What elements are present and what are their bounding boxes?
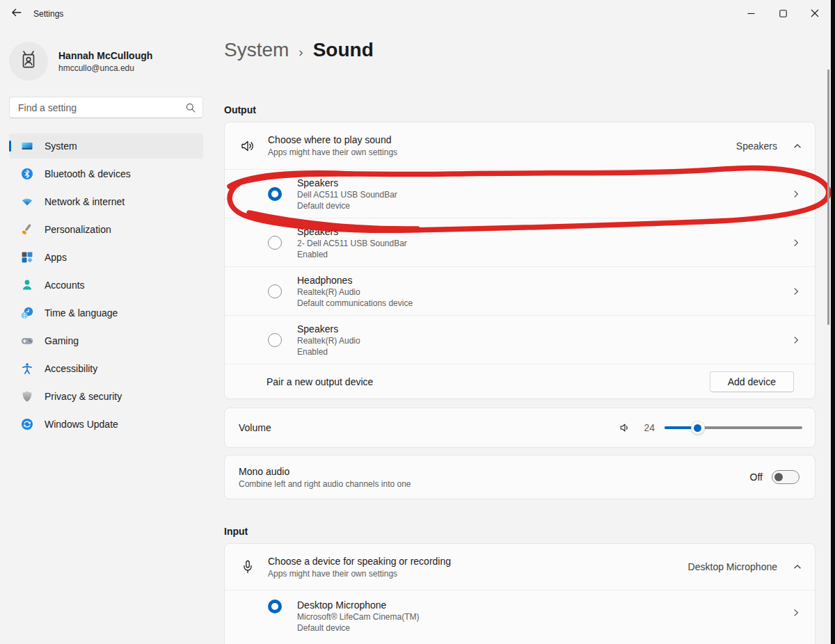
maximize-button[interactable] (767, 0, 799, 28)
device-name: Desktop Microphone (297, 599, 791, 611)
output-device-row-speakers-dell[interactable]: Speakers Dell AC511 USB SoundBar Default… (225, 169, 815, 218)
sidebar-item-label: Privacy & security (45, 391, 122, 402)
breadcrumb-system[interactable]: System (224, 39, 289, 61)
volume-label: Volume (239, 422, 619, 433)
sidebar-item-time-language[interactable]: Time & language (9, 300, 203, 325)
sidebar-item-bluetooth-devices[interactable]: Bluetooth & devices (9, 161, 203, 186)
main-content: System › Sound Output Choose where to pl… (224, 28, 816, 644)
minimize-button[interactable] (735, 0, 767, 28)
avatar (9, 42, 48, 81)
output-selected-value: Speakers (736, 140, 777, 152)
mono-audio-card: Mono audio Combine left and right audio … (224, 455, 816, 499)
output-device-row-headphones[interactable]: Headphones Realtek(R) Audio Default comm… (225, 266, 815, 315)
sidebar-nav: System Bluetooth & devices Network & int… (9, 134, 203, 437)
search-icon (185, 102, 196, 113)
radio-selected[interactable] (268, 187, 282, 201)
chevron-up-icon[interactable] (793, 141, 802, 151)
input-chooser-title: Choose a device for speaking or recordin… (268, 556, 688, 567)
volume-slider-thumb[interactable] (691, 421, 705, 435)
sidebar-item-label: Apps (45, 252, 67, 263)
chevron-right-icon (791, 287, 801, 296)
device-status: Enabled (297, 250, 791, 259)
volume-value: 24 (642, 422, 655, 433)
device-status: Default device (297, 201, 791, 211)
scrollbar-thumb[interactable] (827, 70, 829, 325)
sidebar-item-label: Network & internet (45, 196, 125, 207)
device-status: Enabled (297, 347, 791, 357)
output-chooser-text: Choose where to play sound Apps might ha… (268, 134, 736, 157)
user-name: Hannah McCullough (58, 50, 152, 61)
chevron-right-icon (791, 238, 801, 248)
mono-audio-toggle[interactable] (772, 470, 800, 484)
time-language-icon (21, 307, 33, 319)
input-chooser-subtitle: Apps might have their own settings (268, 569, 688, 579)
mono-audio-text: Mono audio Combine left and right audio … (239, 466, 750, 489)
sidebar-item-personalization[interactable]: Personalization (9, 217, 203, 242)
output-chooser-row[interactable]: Choose where to play sound Apps might ha… (225, 122, 815, 169)
sidebar-item-privacy-security[interactable]: Privacy & security (9, 384, 203, 409)
sidebar-item-gaming[interactable]: Gaming (9, 328, 203, 353)
radio-unselected[interactable] (268, 236, 282, 250)
volume-card: Volume 24 (224, 408, 816, 448)
radio-selected[interactable] (268, 599, 282, 613)
page-title: Sound (313, 39, 374, 61)
microphone-icon (240, 559, 255, 574)
maximize-icon (779, 8, 787, 20)
pair-device-label: Pair a new output device (267, 376, 710, 387)
output-device-row-speakers-realtek[interactable]: Speakers Realtek(R) Audio Enabled (225, 315, 815, 364)
sidebar-item-accounts[interactable]: Accounts (9, 273, 203, 298)
sidebar-item-windows-update[interactable]: Windows Update (9, 412, 203, 437)
id-badge-icon (17, 49, 40, 74)
user-email: hmccullo@unca.edu (58, 63, 152, 73)
breadcrumb-separator-icon: › (299, 45, 303, 60)
volume-slider[interactable] (665, 421, 802, 435)
back-button[interactable] (6, 4, 28, 24)
titlebar: Settings (0, 0, 835, 28)
sidebar-item-apps[interactable]: Apps (9, 245, 203, 270)
mono-audio-title: Mono audio (239, 466, 750, 477)
sidebar-item-label: Windows Update (45, 419, 118, 430)
input-chooser-row[interactable]: Choose a device for speaking or recordin… (225, 544, 815, 590)
user-account-block[interactable]: Hannah McCullough hmccullo@unca.edu (9, 42, 214, 81)
sidebar-item-system[interactable]: System (9, 134, 203, 159)
sidebar-item-label: Accessibility (45, 363, 97, 374)
screen-edge-strip (831, 0, 835, 644)
chevron-right-icon (791, 335, 801, 345)
device-name: Speakers (297, 177, 791, 188)
minimize-icon (747, 8, 755, 20)
input-section-label: Input (224, 526, 816, 537)
back-arrow-icon (10, 6, 23, 22)
sidebar-item-label: Bluetooth & devices (45, 168, 131, 179)
user-meta: Hannah McCullough hmccullo@unca.edu (58, 50, 152, 73)
output-section-label: Output (224, 104, 816, 115)
sidebar-item-accessibility[interactable]: Accessibility (9, 356, 203, 381)
close-icon (811, 8, 819, 20)
input-selected-value: Desktop Microphone (688, 561, 777, 572)
close-button[interactable] (799, 0, 831, 28)
sidebar-item-label: Personalization (45, 224, 111, 235)
device-text: Speakers Realtek(R) Audio Enabled (297, 323, 791, 357)
toggle-thumb (774, 473, 783, 481)
add-device-button[interactable]: Add device (710, 371, 794, 392)
breadcrumb: System › Sound (224, 39, 816, 61)
device-detail: Realtek(R) Audio (297, 287, 791, 297)
sidebar-item-network-internet[interactable]: Network & internet (9, 189, 203, 214)
window-controls (735, 0, 831, 28)
sidebar-item-label: Gaming (45, 335, 79, 346)
gaming-icon (21, 335, 33, 347)
speaker-icon (240, 138, 255, 154)
search-input[interactable] (9, 97, 203, 118)
radio-unselected[interactable] (268, 284, 282, 298)
input-device-row-desktop-microphone[interactable]: Desktop Microphone Microsoft® LifeCam Ci… (225, 590, 815, 644)
input-chooser-text: Choose a device for speaking or recordin… (268, 556, 688, 579)
radio-unselected[interactable] (268, 333, 282, 347)
device-text: Desktop Microphone Microsoft® LifeCam Ci… (297, 599, 791, 633)
search-box (9, 97, 203, 118)
output-card: Choose where to play sound Apps might ha… (224, 122, 816, 399)
accounts-icon (21, 279, 33, 291)
device-detail: Dell AC511 USB SoundBar (297, 190, 791, 200)
output-device-row-speakers-2-dell[interactable]: Speakers 2- Dell AC511 USB SoundBar Enab… (225, 218, 815, 266)
sidebar-item-label: Time & language (45, 307, 118, 319)
device-name: Speakers (297, 323, 791, 335)
chevron-up-icon[interactable] (793, 562, 802, 572)
